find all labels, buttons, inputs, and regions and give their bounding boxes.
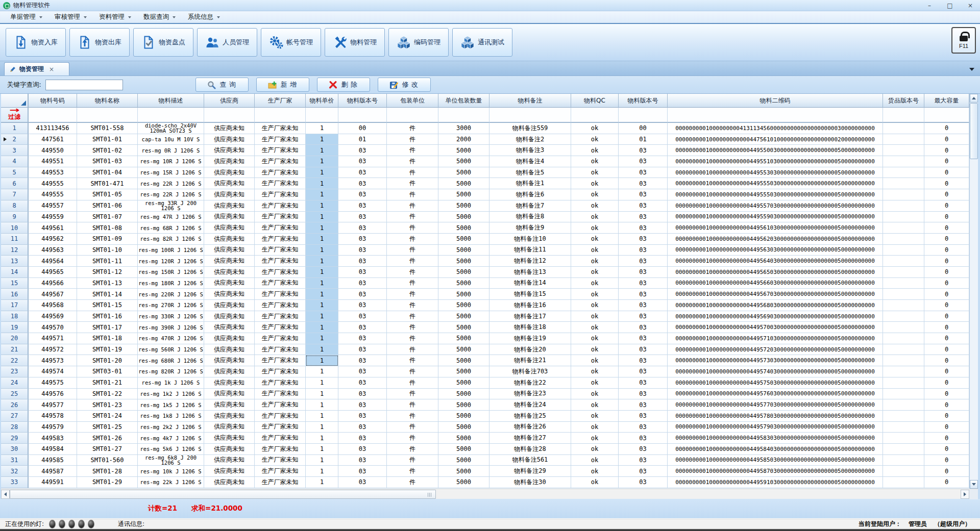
cell-unit[interactable]: 件 — [387, 289, 438, 300]
cell-name[interactable]: SMT01-23 — [77, 399, 138, 411]
row-number[interactable]: 30 — [1, 444, 29, 455]
row-number[interactable]: 28 — [1, 422, 29, 433]
cell-qty[interactable]: 3000 — [438, 123, 489, 134]
cell-qc[interactable]: ok — [571, 322, 619, 333]
cell-capacity[interactable]: 0 — [924, 267, 969, 278]
cell-code[interactable]: 449566 — [29, 278, 77, 289]
table-row[interactable]: 3449550SMT01-02res-mg 0R J 1206 S供应商未知生产… — [1, 145, 969, 156]
cell-ver2[interactable]: 03 — [619, 256, 668, 267]
cell-name[interactable]: SMT01-05 — [77, 189, 138, 200]
cell-qr[interactable]: 0000000001000000000000449551030000000000… — [668, 156, 883, 167]
cell-capacity[interactable]: 0 — [924, 477, 969, 488]
table-row[interactable]: 16449567SMT01-14res-mg 220R J 1206 S供应商未… — [1, 289, 969, 300]
cell-ver1[interactable]: 03 — [338, 145, 387, 156]
cell-ver2[interactable]: 03 — [619, 399, 668, 411]
table-row[interactable]: 22449573SMT01-20res-mg 680R J 1206 S供应商未… — [1, 355, 969, 366]
cell-maker[interactable]: 生产厂家未知 — [255, 256, 306, 267]
close-button[interactable]: × — [964, 1, 977, 10]
vertical-scrollbar[interactable] — [969, 94, 978, 489]
scroll-down-button[interactable] — [970, 480, 978, 489]
cell-ver2[interactable]: 03 — [619, 411, 668, 422]
row-number[interactable]: 21 — [1, 344, 29, 356]
cell-name[interactable]: SMT01-07 — [77, 212, 138, 223]
cell-goodsver[interactable] — [883, 267, 924, 278]
menu-item-ziliao[interactable]: 资料管理 — [93, 11, 137, 23]
cell-qr[interactable]: 0000000001000000000000449564030000000000… — [668, 256, 883, 267]
cell-code[interactable]: 449557 — [29, 200, 77, 212]
cell-desc[interactable]: res-mg 270R J 1206 S — [138, 300, 204, 311]
cell-qr[interactable]: 0000000001000000000000449571030000000000… — [668, 333, 883, 344]
cell-price[interactable]: 1 — [306, 377, 338, 389]
cell-price[interactable]: 1 — [306, 256, 338, 267]
cell-remark[interactable]: 物料备注26 — [489, 422, 571, 433]
cell-qty[interactable]: 5000 — [438, 366, 489, 377]
cell-qc[interactable]: ok — [571, 123, 619, 134]
cell-name[interactable]: SMT01-21 — [77, 377, 138, 389]
cell-goodsver[interactable] — [883, 444, 924, 455]
cell-goodsver[interactable] — [883, 178, 924, 189]
cell-ver1[interactable]: 03 — [338, 212, 387, 223]
cell-ver1[interactable]: 03 — [338, 245, 387, 256]
cell-price[interactable]: 1 — [306, 245, 338, 256]
cell-remark[interactable]: 物料备注703 — [489, 366, 571, 377]
cell-qc[interactable]: ok — [571, 212, 619, 223]
cell-price[interactable]: 1 — [306, 167, 338, 179]
cell-capacity[interactable]: 0 — [924, 289, 969, 300]
cell-name[interactable]: SMT01-19 — [77, 344, 138, 356]
cell-maker[interactable]: 生产厂家未知 — [255, 433, 306, 444]
cell-desc[interactable]: res-mg 330R J 1206 S — [138, 311, 204, 322]
cell-ver2[interactable]: 03 — [619, 189, 668, 200]
cell-remark[interactable]: 物料备注10 — [489, 234, 571, 245]
cell-ver2[interactable]: 03 — [619, 200, 668, 212]
row-number[interactable]: 23 — [1, 366, 29, 377]
filter-cell-supplier[interactable] — [204, 108, 255, 123]
cell-qc[interactable]: ok — [571, 134, 619, 145]
cell-remark[interactable]: 物料备注13 — [489, 267, 571, 278]
cell-maker[interactable]: 生产厂家未知 — [255, 134, 306, 145]
row-number[interactable]: 1 — [1, 123, 29, 134]
column-header-supplier[interactable]: 供应商 — [204, 94, 255, 108]
cell-supplier[interactable]: 供应商未知 — [204, 212, 255, 223]
cell-desc[interactable]: res-mg 4k7 J 1206 S — [138, 433, 204, 444]
cell-qr[interactable]: 0000000001000000000000449559030000000000… — [668, 212, 883, 223]
cell-maker[interactable]: 生产厂家未知 — [255, 466, 306, 477]
cell-maker[interactable]: 生产厂家未知 — [255, 167, 306, 179]
cell-price[interactable]: 1 — [306, 455, 338, 466]
cell-qc[interactable]: ok — [571, 178, 619, 189]
cell-qr[interactable]: 0000000001000000000000449557030000000000… — [668, 200, 883, 212]
column-header-ver2[interactable]: 物料版本号 — [619, 94, 668, 108]
row-number[interactable]: 15 — [1, 278, 29, 289]
cell-desc[interactable]: res-mg 2k2 J 1206 S — [138, 422, 204, 433]
cell-goodsver[interactable] — [883, 134, 924, 145]
cell-price[interactable]: 1 — [306, 333, 338, 344]
cell-desc[interactable]: res-mg 220R J 1206 S — [138, 289, 204, 300]
cell-qr[interactable]: 0000000001000000000000449585030000000000… — [668, 455, 883, 466]
cell-ver1[interactable]: 03 — [338, 278, 387, 289]
scroll-right-button[interactable] — [961, 490, 969, 499]
cell-goodsver[interactable] — [883, 344, 924, 356]
column-header-capacity[interactable]: 最大容量 — [924, 94, 969, 108]
cell-unit[interactable]: 件 — [387, 267, 438, 278]
cell-code[interactable]: 449569 — [29, 311, 77, 322]
vscroll-thumb[interactable] — [970, 103, 978, 159]
cell-capacity[interactable]: 0 — [924, 167, 969, 179]
cell-maker[interactable]: 生产厂家未知 — [255, 300, 306, 311]
cell-qr[interactable]: 0000000001000000000000449587030000000000… — [668, 466, 883, 477]
cell-maker[interactable]: 生产厂家未知 — [255, 311, 306, 322]
filter-cell-price[interactable] — [306, 108, 338, 123]
cell-qc[interactable]: ok — [571, 167, 619, 179]
cell-goodsver[interactable] — [883, 455, 924, 466]
cell-maker[interactable]: 生产厂家未知 — [255, 411, 306, 422]
cell-supplier[interactable]: 供应商未知 — [204, 300, 255, 311]
cell-goodsver[interactable] — [883, 278, 924, 289]
cell-price[interactable]: 1 — [306, 212, 338, 223]
cell-ver1[interactable]: 03 — [338, 389, 387, 400]
cell-name[interactable]: SMT01-20 — [77, 355, 138, 366]
cell-maker[interactable]: 生产厂家未知 — [255, 178, 306, 189]
cell-remark[interactable]: 物料备注16 — [489, 300, 571, 311]
cell-capacity[interactable]: 0 — [924, 466, 969, 477]
cell-goodsver[interactable] — [883, 422, 924, 433]
cell-ver2[interactable]: 03 — [619, 389, 668, 400]
filter-cell-goodsver[interactable] — [883, 108, 924, 123]
row-number[interactable]: 33 — [1, 477, 29, 488]
